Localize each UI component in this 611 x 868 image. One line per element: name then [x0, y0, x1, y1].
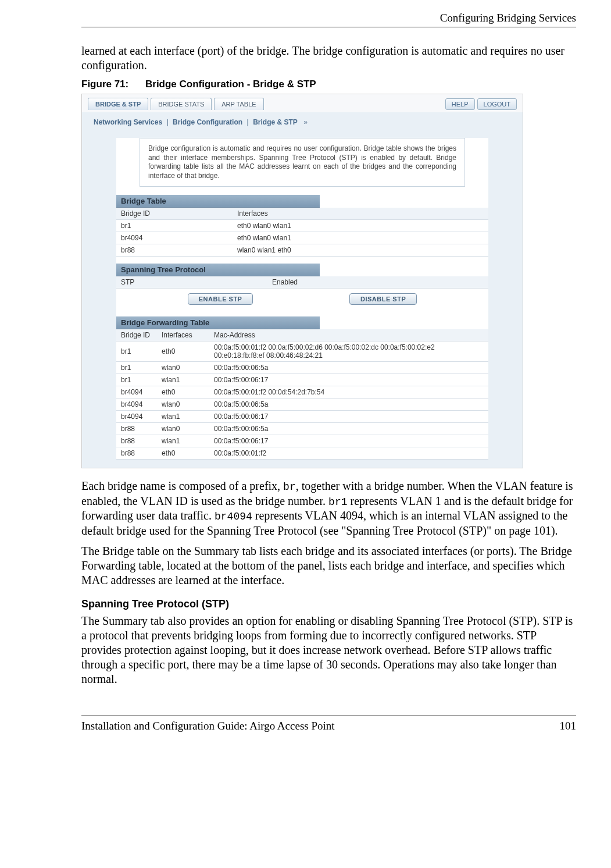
table-row: br4094eth0 wlan0 wlan1 — [116, 232, 488, 244]
forwarding-table: Bridge ID Interfaces Mac-Address br1eth0… — [116, 329, 488, 460]
cell: br88 — [116, 423, 157, 435]
cell: br1 — [116, 374, 157, 386]
cell: wlan1 — [157, 411, 209, 423]
table-row: br88wlan0 wlan1 eth0 — [116, 244, 488, 257]
screenshot-topbar: BRIDGE & STP BRIDGE STATS ARP TABLE HELP… — [82, 94, 523, 112]
inner-panel: Bridge configuration is automatic and re… — [116, 138, 488, 460]
fwd-table-header: Bridge Forwarding Table — [116, 316, 320, 329]
code-br: br — [283, 481, 296, 493]
logout-button[interactable]: LOGOUT — [477, 98, 517, 110]
table-row: br1wlan000:0a:f5:00:06:5a — [116, 362, 488, 374]
screenshot-content: Networking Services | Bridge Configurati… — [82, 112, 523, 468]
stp-button-row: ENABLE STP DISABLE STP — [116, 289, 488, 310]
figure-caption: Figure 71: Bridge Configuration - Bridge… — [81, 79, 576, 90]
cell: wlan0 — [157, 423, 209, 435]
footer-page-number: 101 — [560, 720, 577, 732]
info-box: Bridge configuration is automatic and re… — [140, 138, 465, 187]
tab-arp-table[interactable]: ARP TABLE — [214, 98, 263, 110]
cell: br88 — [116, 447, 157, 460]
stp-header: Spanning Tree Protocol — [116, 264, 320, 276]
chevron-icon: » — [302, 118, 308, 126]
disable-stp-button[interactable]: DISABLE STP — [349, 293, 417, 305]
cell: 00:0a:f5:00:06:5a — [209, 399, 488, 411]
table-row: br4094wlan000:0a:f5:00:06:5a — [116, 399, 488, 411]
bridge-table: Bridge ID Interfaces br1eth0 wlan0 wlan1… — [116, 208, 488, 257]
cell: br4094 — [116, 232, 233, 244]
body-paragraph-2: The Bridge table on the Summary tab list… — [81, 544, 576, 588]
table-row: br88wlan100:0a:f5:00:06:17 — [116, 435, 488, 447]
cell: eth0 wlan0 wlan1 — [233, 220, 488, 232]
cell: 00:0a:f5:00:01:f2 00:0a:f5:00:02:d6 00:0… — [209, 341, 488, 362]
figure-number: Figure 71: — [81, 79, 128, 90]
cell: wlan1 — [157, 374, 209, 386]
table-row: br4094wlan100:0a:f5:00:06:17 — [116, 411, 488, 423]
cell: 00:0a:f5:00:01:f2 00:0d:54:2d:7b:54 — [209, 386, 488, 399]
page-header-title: Configuring Bridging Services — [81, 12, 576, 27]
cell: eth0 — [157, 341, 209, 362]
breadcrumb: Networking Services | Bridge Configurati… — [82, 112, 523, 132]
screenshot-panel: BRIDGE & STP BRIDGE STATS ARP TABLE HELP… — [81, 94, 523, 468]
cell: 00:0a:f5:00:01:f2 — [209, 447, 488, 460]
code-br1: br1 — [328, 496, 347, 508]
chevron-icon: | — [246, 118, 248, 126]
table-row: br4094eth000:0a:f5:00:01:f2 00:0d:54:2d:… — [116, 386, 488, 399]
table-row: br1wlan100:0a:f5:00:06:17 — [116, 374, 488, 386]
table-row: br88eth000:0a:f5:00:01:f2 — [116, 447, 488, 460]
footer-left: Installation and Configuration Guide: Ai… — [81, 720, 335, 732]
col-stp-status: Enabled — [267, 276, 488, 289]
breadcrumb-item: Bridge Configuration — [173, 118, 242, 126]
code-br4094: br4094 — [215, 511, 252, 522]
cell: br88 — [116, 244, 233, 257]
cell: 00:0a:f5:00:06:17 — [209, 374, 488, 386]
help-button[interactable]: HELP — [445, 98, 475, 110]
tab-bridge-stats[interactable]: BRIDGE STATS — [151, 98, 212, 110]
cell: wlan1 — [157, 435, 209, 447]
cell: 00:0a:f5:00:06:5a — [209, 362, 488, 374]
col-bridge-id: Bridge ID — [116, 329, 157, 341]
stp-table: STP Enabled — [116, 276, 488, 289]
table-row: br1eth000:0a:f5:00:01:f2 00:0a:f5:00:02:… — [116, 341, 488, 362]
col-mac: Mac-Address — [209, 329, 488, 341]
cell: 00:0a:f5:00:06:17 — [209, 411, 488, 423]
stp-subhead: Spanning Tree Protocol (STP) — [81, 598, 576, 610]
cell: br88 — [116, 435, 157, 447]
col-interfaces: Interfaces — [233, 208, 488, 220]
cell: br1 — [116, 362, 157, 374]
col-interfaces: Interfaces — [157, 329, 209, 341]
tab-row: BRIDGE & STP BRIDGE STATS ARP TABLE — [88, 98, 264, 110]
body-paragraph-3: The Summary tab also provides an option … — [81, 614, 576, 686]
figure-title: Bridge Configuration - Bridge & STP — [145, 79, 316, 90]
chevron-icon: | — [166, 118, 168, 126]
cell: 00:0a:f5:00:06:17 — [209, 435, 488, 447]
tab-bridge-stp[interactable]: BRIDGE & STP — [88, 98, 148, 110]
cell: br1 — [116, 341, 157, 362]
cell: wlan0 — [157, 362, 209, 374]
body-paragraph-1: Each bridge name is composed of a prefix… — [81, 479, 576, 538]
cell: eth0 wlan0 wlan1 — [233, 232, 488, 244]
cell: eth0 — [157, 447, 209, 460]
cell: eth0 — [157, 386, 209, 399]
cell: br4094 — [116, 399, 157, 411]
col-bridge-id: Bridge ID — [116, 208, 233, 220]
cell: wlan0 wlan1 eth0 — [233, 244, 488, 257]
cell: br4094 — [116, 411, 157, 423]
header-button-group: HELP LOGOUT — [445, 98, 517, 110]
breadcrumb-item: Bridge & STP — [253, 118, 297, 126]
cell: 00:0a:f5:00:06:5a — [209, 423, 488, 435]
intro-paragraph: learned at each interface (port) of the … — [81, 44, 576, 73]
bridge-table-header: Bridge Table — [116, 195, 320, 208]
cell: br1 — [116, 220, 233, 232]
cell: wlan0 — [157, 399, 209, 411]
enable-stp-button[interactable]: ENABLE STP — [188, 293, 253, 305]
table-row: br88wlan000:0a:f5:00:06:5a — [116, 423, 488, 435]
page-footer: Installation and Configuration Guide: Ai… — [81, 716, 576, 732]
breadcrumb-item: Networking Services — [94, 118, 162, 126]
cell: br4094 — [116, 386, 157, 399]
table-row: br1eth0 wlan0 wlan1 — [116, 220, 488, 232]
col-stp: STP — [116, 276, 267, 289]
